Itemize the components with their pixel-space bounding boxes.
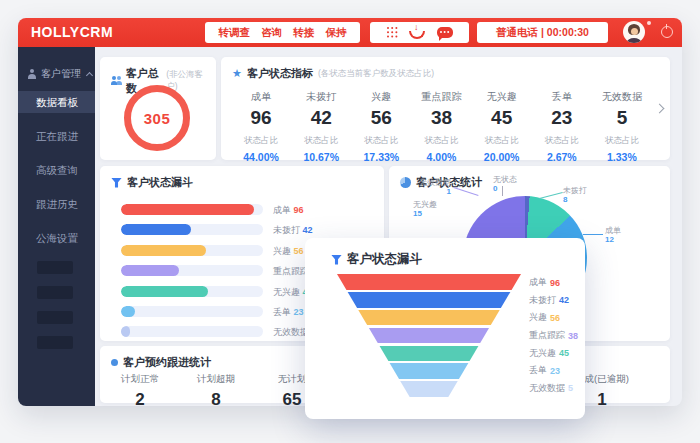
dialpad-icon[interactable]	[386, 27, 398, 39]
bar	[121, 286, 208, 297]
ratio-label: 状态占比	[231, 135, 291, 147]
status-percent: 4.00%	[411, 151, 471, 163]
sidebar-placeholder	[37, 286, 73, 299]
bar	[121, 265, 179, 276]
sidebar-item-advanced-query[interactable]: 高级查询	[18, 159, 95, 181]
phone-tools-group: ↓	[370, 22, 469, 43]
pie-label: 成单12	[605, 226, 621, 244]
chat-bubble-icon[interactable]	[437, 27, 453, 38]
bar	[121, 224, 191, 235]
ratio-label: 状态占比	[351, 135, 411, 147]
sidebar-group-customer-management[interactable]: 客户管理	[18, 47, 95, 91]
status-label: 未拨打	[291, 90, 351, 104]
total-customers-card: 客户总数 (非公海客户) 305	[100, 57, 216, 160]
pie-label: 无状态0	[493, 175, 517, 193]
status-percent: 44.00%	[231, 151, 291, 163]
funnel-segment	[337, 292, 521, 308]
status-value: 45	[472, 107, 532, 129]
funnel-icon	[331, 255, 342, 265]
status-value: 56	[351, 107, 411, 129]
screen: HOLLYCRM 转调查 咨询 转接 保持 ↓ 普通电话 | 00:00:30	[0, 0, 700, 443]
funnel-bar-row: 成单 96	[121, 201, 374, 221]
status-label: 无兴趣	[472, 90, 532, 104]
funnel-segment	[337, 328, 521, 344]
pie-label: 未拨打8	[563, 186, 587, 204]
incoming-call-icon[interactable]: ↓	[409, 26, 425, 39]
status-value: 5	[592, 107, 652, 129]
sidebar-item-following[interactable]: 正在跟进	[18, 125, 95, 147]
pie-label: 无效数据1	[419, 178, 451, 196]
funnel-label: 无兴趣45	[529, 344, 578, 362]
pie-chart-icon	[400, 177, 411, 188]
dot-icon	[111, 359, 118, 366]
status-label: 成单	[231, 90, 291, 104]
chevron-up-icon	[86, 71, 93, 78]
leader-line	[502, 186, 503, 196]
status-label: 兴趣	[351, 90, 411, 104]
funnel-label: 未拨打42	[529, 292, 578, 310]
sidebar-item-follow-history[interactable]: 跟进历史	[18, 193, 95, 215]
avatar[interactable]	[623, 21, 645, 43]
leader-line	[539, 192, 563, 199]
sidebar-placeholder	[37, 336, 73, 349]
transfer-survey-button[interactable]: 转调查	[219, 26, 251, 40]
funnel-label-list: 成单96 未拨打42 兴趣56 重点跟踪38 无兴趣45 丢单23 无效数据5	[529, 274, 578, 397]
followup-value: 2	[100, 390, 180, 410]
ratio-label: 状态占比	[411, 135, 471, 147]
ratio-label: 状态占比	[472, 135, 532, 147]
status-label: 重点跟踪	[411, 90, 471, 104]
users-icon	[111, 76, 121, 86]
app-logo: HOLLYCRM	[31, 18, 113, 47]
funnel-label: 重点跟踪38	[529, 327, 578, 345]
status-column: 成单 96 状态占比 44.00%	[231, 87, 291, 163]
modal-title: 客户状态漏斗	[347, 251, 422, 268]
status-value: 96	[231, 107, 291, 129]
star-icon: ★	[232, 68, 242, 79]
user-icon	[27, 69, 37, 79]
sidebar: 客户管理 数据看板 正在跟进 高级查询 跟进历史 公海设置	[18, 47, 95, 406]
funnel-segment	[337, 346, 521, 362]
status-column: 未拨打 42 状态占比 10.67%	[291, 87, 351, 163]
total-customers-value: 305	[144, 110, 171, 127]
status-value: 42	[291, 107, 351, 129]
status-value: 23	[532, 107, 592, 129]
funnel-label: 兴趣56	[529, 309, 578, 327]
status-dot	[647, 21, 651, 25]
total-customers-gauge: 305	[124, 85, 190, 151]
status-columns: 成单 96 状态占比 44.00% 未拨打 42 状态占比 10.67% 兴趣 …	[221, 81, 670, 163]
card-subtitle: (各状态当前客户数及状态占比)	[318, 68, 434, 80]
funnel-segment	[337, 381, 521, 397]
funnel-segment	[337, 310, 521, 326]
ratio-label: 状态占比	[592, 135, 652, 147]
status-percent: 10.67%	[291, 151, 351, 163]
status-percent: 2.67%	[532, 151, 592, 163]
card-title: 客户状态漏斗	[127, 175, 193, 190]
funnel-label: 丢单23	[529, 362, 578, 380]
status-column: 兴趣 56 状态占比 17.33%	[351, 87, 411, 163]
status-label: 无效数据	[592, 90, 652, 104]
funnel-icon	[111, 178, 122, 188]
sidebar-placeholder	[37, 311, 73, 324]
leader-line	[583, 234, 603, 235]
status-column: 丢单 23 状态占比 2.67%	[532, 87, 592, 163]
bar	[121, 306, 135, 317]
funnel-segment	[337, 363, 521, 379]
bar	[121, 326, 130, 337]
funnel-chart	[337, 274, 521, 397]
status-percent: 20.00%	[472, 151, 532, 163]
hold-button[interactable]: 保持	[325, 26, 346, 40]
power-icon[interactable]	[661, 26, 673, 38]
status-value: 38	[411, 107, 471, 129]
status-percent: 17.33%	[351, 151, 411, 163]
sidebar-placeholder	[37, 261, 73, 274]
status-column: 无兴趣 45 状态占比 20.00%	[472, 87, 532, 163]
ratio-label: 状态占比	[532, 135, 592, 147]
pie-label: 无兴趣15	[413, 200, 437, 218]
transfer-button[interactable]: 转接	[293, 26, 314, 40]
consult-button[interactable]: 咨询	[261, 26, 282, 40]
sidebar-group-label: 客户管理	[41, 67, 81, 81]
sidebar-item-dashboard[interactable]: 数据看板	[18, 91, 95, 113]
status-column: 重点跟踪 38 状态占比 4.00%	[411, 87, 471, 163]
sidebar-item-public-pool[interactable]: 公海设置	[18, 227, 95, 249]
card-title: 客户预约跟进统计	[123, 355, 211, 370]
